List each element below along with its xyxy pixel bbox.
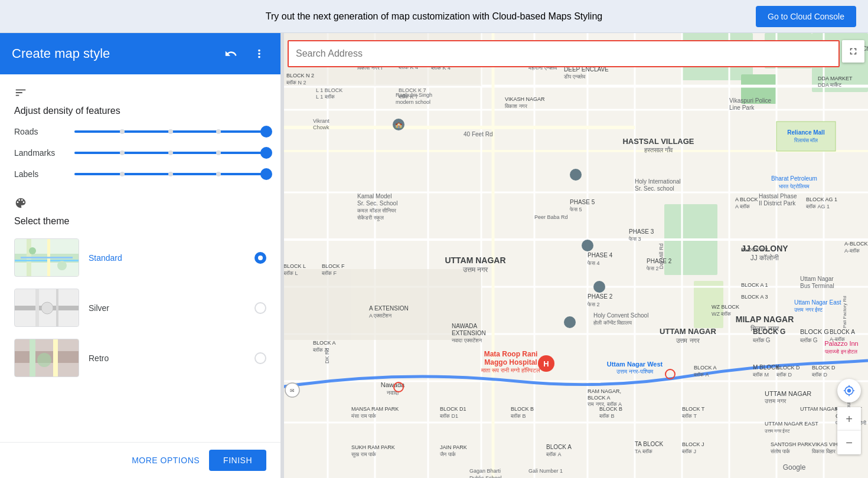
- svg-rect-14: [30, 339, 35, 377]
- svg-text:ब्लॉक D: ब्लॉक D: [811, 372, 828, 378]
- labels-slider-row: Labels: [14, 169, 266, 179]
- svg-text:PHASE 2: PHASE 2: [588, 293, 613, 300]
- svg-text:BLOCK B: BLOCK B: [511, 406, 534, 412]
- svg-text:उत्तम नगर: उत्तम नगर: [462, 266, 488, 274]
- theme-retro-name: Retro: [89, 353, 245, 363]
- svg-text:Vikaspuri Police: Vikaspuri Police: [729, 97, 771, 104]
- map-area[interactable]: 🏫 H ✉ HASTSAL VILLAGE हस्तसाल गाँव UTTAM…: [280, 33, 868, 478]
- svg-text:सुख राम पार्क: सुख राम पार्क: [351, 451, 376, 458]
- density-section: Adjust density of features Roads Landmar…: [14, 86, 266, 179]
- roads-slider-row: Roads: [14, 127, 266, 136]
- svg-text:L 1 ब्लॉक: L 1 ब्लॉक: [316, 94, 335, 100]
- svg-rect-10: [56, 289, 58, 327]
- svg-point-11: [41, 302, 53, 314]
- density-icon: [14, 86, 266, 102]
- svg-text:फेस 2: फेस 2: [587, 301, 600, 307]
- svg-point-58: [564, 316, 576, 328]
- svg-text:Line Park: Line Park: [729, 104, 755, 111]
- svg-point-5: [29, 247, 36, 254]
- svg-text:BLOCK L: BLOCK L: [283, 263, 306, 269]
- theme-title: Select theme: [14, 216, 266, 227]
- svg-text:BLOCK G: BLOCK G: [753, 328, 785, 336]
- svg-text:ब्लॉक B: ब्लॉक B: [510, 413, 526, 419]
- svg-text:M BLOCK: M BLOCK: [753, 364, 779, 371]
- svg-rect-0: [15, 239, 79, 277]
- svg-text:PHASE 3: PHASE 3: [629, 228, 654, 235]
- panel-resize-handle[interactable]: [280, 33, 284, 478]
- svg-text:ब्लॉक T: ब्लॉक T: [681, 413, 697, 419]
- svg-text:A ब्लॉक: A ब्लॉक: [735, 204, 750, 209]
- svg-text:Pali Factory Rd: Pali Factory Rd: [842, 296, 847, 328]
- roads-slider[interactable]: [74, 130, 266, 133]
- svg-text:BLOCK J: BLOCK J: [682, 441, 704, 447]
- svg-text:विकास विहार: विकास विहार: [811, 448, 836, 454]
- finish-button[interactable]: FINISH: [209, 450, 266, 471]
- svg-text:BLOCK A: BLOCK A: [830, 329, 855, 335]
- theme-standard-radio[interactable]: [254, 252, 266, 264]
- zoom-out-button[interactable]: −: [837, 431, 861, 454]
- left-panel: Create map style Adjust density of featu…: [0, 33, 280, 478]
- svg-text:नवादा एक्सटेंशन: नवादा एक्सटेंशन: [451, 337, 482, 343]
- svg-text:A-BLOCK: A-BLOCK: [844, 241, 868, 247]
- cloud-console-button[interactable]: Go to Cloud Console: [756, 6, 856, 27]
- zoom-in-button[interactable]: +: [837, 407, 861, 431]
- more-menu-button[interactable]: [250, 44, 269, 63]
- theme-retro[interactable]: Retro: [14, 336, 266, 379]
- svg-text:II District Park: II District Park: [759, 200, 796, 207]
- panel-title: Create map style: [12, 46, 110, 61]
- svg-point-16: [37, 353, 51, 367]
- svg-point-55: [570, 169, 582, 181]
- theme-standard-thumbnail: [14, 238, 79, 277]
- svg-text:Uttam Nagar: Uttam Nagar: [800, 276, 834, 282]
- svg-text:NAWADA: NAWADA: [452, 323, 477, 329]
- svg-text:BLOCK A: BLOCK A: [588, 395, 611, 401]
- svg-text:BLOCK D1: BLOCK D1: [440, 406, 466, 412]
- svg-text:Nawada: Nawada: [381, 381, 405, 388]
- labels-label: Labels: [14, 169, 67, 179]
- svg-text:ब्लॉक A: ब्लॉक A: [693, 372, 709, 378]
- svg-text:BLOCK D: BLOCK D: [812, 365, 836, 371]
- svg-text:BLOCK N 2: BLOCK N 2: [286, 73, 314, 78]
- labels-slider[interactable]: [74, 173, 266, 175]
- my-location-button[interactable]: [837, 379, 861, 402]
- svg-text:BLOCK A 1: BLOCK A 1: [741, 282, 768, 288]
- svg-text:फेस 4: फेस 4: [587, 260, 600, 266]
- landmarks-label: Landmarks: [14, 148, 67, 158]
- svg-text:Uttam Nagar East: Uttam Nagar East: [794, 299, 841, 306]
- svg-rect-9: [35, 289, 39, 327]
- search-input[interactable]: [296, 48, 831, 59]
- svg-text:Maggo Hospital: Maggo Hospital: [484, 358, 537, 366]
- svg-text:BLOCK F: BLOCK F: [322, 263, 345, 269]
- expand-button[interactable]: [842, 40, 864, 63]
- svg-rect-4: [47, 239, 50, 277]
- theme-silver[interactable]: Silver: [14, 286, 266, 329]
- svg-text:ब्लॉक J: ब्लॉक J: [681, 448, 696, 454]
- search-box[interactable]: [288, 40, 840, 67]
- panel-scroll-area[interactable]: Adjust density of features Roads Landmar…: [0, 74, 280, 442]
- svg-point-56: [582, 240, 593, 251]
- svg-text:Chowk: Chowk: [313, 125, 329, 130]
- theme-retro-radio[interactable]: [254, 352, 266, 364]
- svg-text:रिलायंस मॉल: रिलायंस मॉल: [794, 137, 818, 143]
- panel-header: Create map style: [0, 33, 280, 74]
- svg-text:Gagan Bharti: Gagan Bharti: [469, 468, 501, 474]
- roads-label: Roads: [14, 127, 67, 136]
- theme-silver-radio[interactable]: [254, 302, 266, 314]
- svg-text:Peer Baba Rd: Peer Baba Rd: [534, 214, 568, 220]
- svg-rect-71: [776, 122, 836, 151]
- svg-text:UTTAM NAGAR: UTTAM NAGAR: [445, 256, 505, 265]
- more-options-button[interactable]: MORE OPTIONS: [132, 456, 200, 465]
- landmarks-slider[interactable]: [74, 152, 266, 154]
- svg-point-6: [57, 261, 67, 270]
- map-background: 🏫 H ✉ HASTSAL VILLAGE हस्तसाल गाँव UTTAM…: [280, 33, 868, 478]
- svg-text:Sr. Sec. School: Sr. Sec. School: [357, 200, 397, 207]
- undo-button[interactable]: [221, 44, 240, 63]
- svg-rect-2: [27, 239, 31, 277]
- svg-rect-3: [15, 260, 79, 261]
- svg-text:Sr. Sec. school: Sr. Sec. school: [635, 185, 674, 192]
- theme-standard[interactable]: Standard: [14, 236, 266, 279]
- svg-text:PHASE 5: PHASE 5: [570, 199, 595, 205]
- svg-text:UTTAM NAGAR: UTTAM NAGAR: [660, 327, 716, 336]
- svg-text:DK Rd: DK Rd: [324, 348, 330, 364]
- svg-text:Hastsal Phase: Hastsal Phase: [759, 193, 797, 199]
